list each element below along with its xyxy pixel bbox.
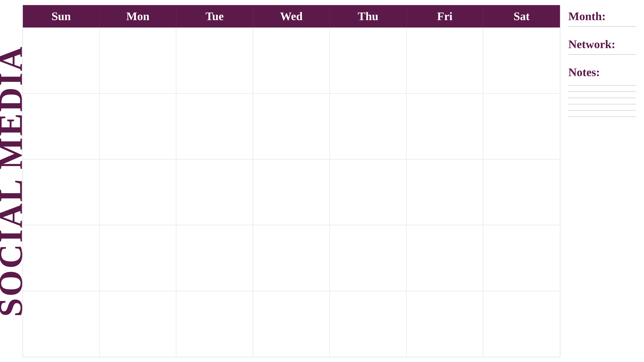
header-tue: Tue (176, 5, 253, 27)
notes-line-4 (568, 104, 636, 104)
header-wed: Wed (253, 5, 330, 27)
cell-row4-fri[interactable] (406, 225, 483, 291)
cell-row5-wed[interactable] (253, 291, 330, 357)
cell-row3-tue[interactable] (176, 159, 253, 225)
cell-row2-fri[interactable] (406, 93, 483, 159)
cell-row1-mon[interactable] (100, 27, 176, 93)
cell-row1-thu[interactable] (330, 27, 406, 93)
notes-item: Notes: (568, 66, 636, 120)
cell-row5-sat[interactable] (483, 291, 560, 357)
vertical-title-container: SOCIAL MEDIA (0, 0, 21, 362)
cell-row2-thu[interactable] (330, 93, 406, 159)
cell-row1-sun[interactable] (23, 27, 100, 93)
cell-row4-sun[interactable] (23, 225, 100, 291)
cell-row3-fri[interactable] (406, 159, 483, 225)
month-line-1 (568, 26, 636, 27)
cell-row5-tue[interactable] (176, 291, 253, 357)
header-sun: Sun (23, 5, 100, 27)
cell-row3-thu[interactable] (330, 159, 406, 225)
network-line-1 (568, 54, 636, 55)
notes-label: Notes: (568, 66, 636, 79)
calendar-row-2 (23, 93, 560, 159)
network-label: Network: (568, 38, 636, 51)
cell-row2-wed[interactable] (253, 93, 330, 159)
month-item: Month: (568, 10, 636, 29)
cell-row4-mon[interactable] (100, 225, 176, 291)
cell-row2-sun[interactable] (23, 93, 100, 159)
cell-row3-wed[interactable] (253, 159, 330, 225)
cell-row4-tue[interactable] (176, 225, 253, 291)
cell-row1-tue[interactable] (176, 27, 253, 93)
cell-row3-sat[interactable] (483, 159, 560, 225)
notes-line-2 (568, 91, 636, 92)
calendar-container: Sun Mon Tue Wed Thu Fri Sat (22, 5, 560, 357)
calendar-row-3 (23, 159, 560, 225)
calendar-row-5 (23, 291, 560, 357)
header-sat: Sat (483, 5, 560, 27)
calendar-body (23, 27, 560, 357)
cell-row5-fri[interactable] (406, 291, 483, 357)
cell-row3-sun[interactable] (23, 159, 100, 225)
cell-row5-sun[interactable] (23, 291, 100, 357)
header-thu: Thu (330, 5, 406, 27)
month-label: Month: (568, 10, 636, 23)
cell-row1-fri[interactable] (406, 27, 483, 93)
cell-row1-wed[interactable] (253, 27, 330, 93)
calendar-row-1 (23, 27, 560, 93)
notes-line-6 (568, 116, 636, 117)
cell-row4-wed[interactable] (253, 225, 330, 291)
notes-line-3 (568, 98, 636, 98)
app-title: SOCIAL MEDIA (0, 45, 27, 317)
sidebar: Month: Network: Notes: (560, 0, 644, 362)
cell-row2-mon[interactable] (100, 93, 176, 159)
cell-row2-sat[interactable] (483, 93, 560, 159)
notes-lines-container (568, 82, 636, 120)
cell-row1-sat[interactable] (483, 27, 560, 93)
header-fri: Fri (406, 5, 483, 27)
header-mon: Mon (100, 5, 176, 27)
cell-row3-mon[interactable] (100, 159, 176, 225)
cell-row5-mon[interactable] (100, 291, 176, 357)
network-item: Network: (568, 38, 636, 58)
cell-row2-tue[interactable] (176, 93, 253, 159)
calendar-header: Sun Mon Tue Wed Thu Fri Sat (23, 5, 560, 27)
cell-row5-thu[interactable] (330, 291, 406, 357)
calendar-row-4 (23, 225, 560, 291)
cell-row4-thu[interactable] (330, 225, 406, 291)
notes-line-1 (568, 85, 636, 86)
notes-line-5 (568, 110, 636, 111)
cell-row4-sat[interactable] (483, 225, 560, 291)
